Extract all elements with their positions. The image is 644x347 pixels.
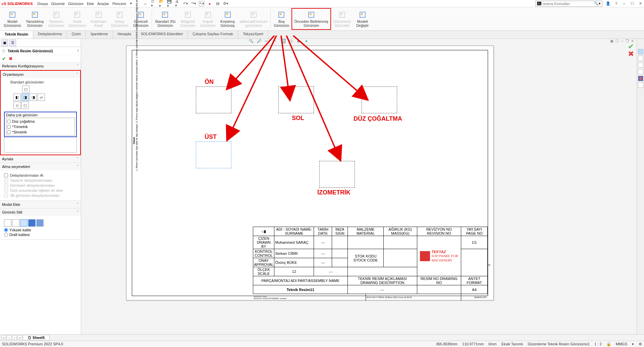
status-filter-icon[interactable]: ▾ (632, 342, 634, 346)
search-input[interactable] (543, 2, 594, 6)
print-icon[interactable]: 🖨▾ (175, 1, 180, 6)
reject-icon[interactable]: ✖ (628, 50, 634, 58)
view-palette-icon[interactable] (638, 69, 643, 74)
mirror-header[interactable]: Aynala˅ (0, 155, 81, 163)
status-units[interactable]: MMGS (616, 342, 627, 346)
sheet-nav-first[interactable]: « (1, 335, 6, 340)
design-lib-icon[interactable] (638, 56, 643, 61)
more-view-*Trimetrik[interactable]: *Trimetrik (7, 124, 74, 129)
quality-draft[interactable]: Draft kalitesi (4, 233, 77, 237)
appear-icon[interactable]: ● (305, 39, 311, 45)
ribbon-predef-view[interactable]: Önceden BelirlenmişGörünüm (291, 8, 331, 30)
file-explorer-icon[interactable] (638, 62, 643, 68)
rotate-icon[interactable]: 🔄 (281, 39, 287, 45)
view-right[interactable]: ◨ (30, 94, 37, 101)
doc-min-icon[interactable]: ─ (621, 39, 624, 43)
more-views-list[interactable]: Düz çoğaltma*Trimetrik*Simetrik (6, 118, 75, 136)
resources-icon[interactable] (638, 49, 643, 54)
ribbon-projected-view[interactable]: YansıtılmışGörünüm (23, 8, 46, 30)
help-icon[interactable]: ? (614, 1, 619, 6)
panel-help-icon[interactable]: ? (77, 49, 79, 53)
status-gear-icon[interactable]: ⚙ (639, 342, 642, 346)
menu-tools[interactable]: Araçlar (97, 2, 109, 6)
doc-max-icon[interactable]: ☐ (615, 39, 619, 43)
menu-file[interactable]: Dosya (37, 2, 48, 6)
drawing-canvas[interactable]: 🔍 🔎 ↩ ✂ 🔄 ◳ ◐ ● ▣ ☐ ─ ❐ ✕ ✔ ✖ Dikkat 1- … (81, 39, 644, 334)
zoom-fit-icon[interactable]: 🔍 (249, 39, 255, 45)
view-back[interactable]: ▱ (38, 94, 45, 101)
redo-icon[interactable]: ↷▾ (191, 1, 196, 6)
display-icon[interactable]: ◳ (289, 39, 295, 45)
more-view-*Simetrik[interactable]: *Simetrik (7, 129, 74, 135)
ds-hidden-removed[interactable] (20, 219, 28, 227)
user-icon[interactable]: 👤 (606, 1, 610, 6)
drawing-sheet[interactable]: Dikkat 1- Resim üzerinden ölçü aleti ile… (126, 46, 494, 300)
scene-icon[interactable]: ◐ (297, 39, 303, 45)
quality-high[interactable]: Yüksek kalite (4, 228, 77, 232)
ds-hidden-visible[interactable] (12, 219, 19, 227)
menu-help-icon[interactable]: ✴ (129, 1, 132, 6)
menu-window[interactable]: Pencere (112, 2, 126, 6)
ribbon-replace-model[interactable]: ModeliDeğiştir (353, 8, 372, 30)
view-box-front[interactable] (196, 86, 231, 113)
property-icon[interactable]: ☰ (9, 40, 16, 46)
cancel-icon[interactable]: ✖ (9, 56, 13, 61)
tab-solidworks-eklentileri[interactable]: SOLIDWORKS Eklentileri (136, 31, 188, 39)
open-icon[interactable]: 📂▾ (159, 1, 164, 6)
view-box-dup[interactable] (362, 86, 397, 113)
new-icon[interactable]: 🗋▾ (151, 1, 156, 6)
select-icon[interactable]: ↖▾ (199, 1, 204, 6)
orientation-header[interactable]: Oryantasyon˄ (1, 71, 80, 78)
home-icon[interactable]: ⌂ (143, 1, 148, 6)
menu-insert[interactable]: Ekle (87, 2, 94, 6)
prev-view-icon[interactable]: ↩ (265, 39, 271, 45)
ds-shaded[interactable] (36, 219, 44, 227)
tab-teknik-resim[interactable]: Teknik Resim (0, 31, 33, 39)
import-check-0[interactable]: Detaylandırmaları Al (4, 173, 77, 177)
sheet-nav-next[interactable]: › (12, 335, 17, 340)
menu-edit[interactable]: Düzenle (51, 2, 65, 6)
import-opts-header[interactable]: Alma seçenekleri˄ (0, 163, 81, 170)
more-view-Düz çoğaltma[interactable]: Düz çoğaltma (7, 119, 74, 124)
tab-çalışma-sayfası-formatı[interactable]: Çalışma Sayfası Formatı (188, 31, 238, 39)
ds-shaded-edges[interactable] (28, 219, 36, 227)
view-box-iso[interactable] (319, 161, 355, 188)
sheet-tab-active[interactable]: 🗋 Sheet5 (23, 335, 50, 340)
tab-çizim[interactable]: Çizim (67, 31, 86, 39)
feature-tree-icon[interactable]: ▣ (1, 40, 8, 46)
ribbon-relative-view[interactable]: GöreceliGörünüm (131, 8, 151, 30)
close-icon[interactable]: ✕ (638, 1, 643, 6)
minimize-icon[interactable]: ─ (622, 1, 627, 6)
section-icon[interactable]: ✂ (273, 39, 279, 45)
maximize-icon[interactable]: ☐ (630, 1, 635, 6)
ribbon-std3-view[interactable]: Standart 3'lüGörünüm (153, 8, 178, 30)
ribbon-model-view[interactable]: ModelGörünümü (1, 8, 23, 30)
command-search[interactable]: >_ 🔍▾ (535, 1, 602, 7)
options-icon[interactable]: ⚙▾ (223, 1, 228, 6)
undo-icon[interactable]: ↶▾ (183, 1, 188, 6)
status-lock-icon[interactable]: 🔒 (606, 342, 611, 346)
save-icon[interactable]: 💾▾ (167, 1, 172, 6)
ref-config-header[interactable]: Referans Konfigürasyonu˅ (0, 62, 81, 70)
ribbon-empty-view[interactable]: BoşGörünüm (271, 8, 291, 30)
custom-props-icon[interactable] (638, 82, 643, 88)
tab-tekyazxpert[interactable]: TekyazXpert (238, 31, 268, 39)
zoom-area-icon[interactable]: 🔎 (257, 39, 263, 45)
ok-icon[interactable]: ✔ (2, 56, 6, 61)
display-style-header[interactable]: Görüntü Stili˄ (0, 209, 81, 216)
list-icon[interactable]: ▤ (215, 1, 220, 6)
traffic-icon[interactable]: ● (207, 1, 212, 6)
view-top[interactable]: ▢ (22, 85, 30, 93)
view-bottom[interactable]: ▢ (21, 102, 29, 109)
ribbon-crop-view[interactable]: KırpılmışGörünüş (218, 8, 237, 30)
menu-view[interactable]: Görünüm (68, 2, 84, 6)
view-box-left[interactable] (278, 86, 314, 113)
search-icon[interactable]: 🔍▾ (594, 1, 601, 6)
sheet-nav-last[interactable]: » (17, 335, 22, 340)
ds-wireframe[interactable] (4, 219, 11, 227)
doc-restore-icon[interactable]: ▣ (610, 39, 613, 43)
status-scale[interactable]: 1 : 2 (594, 342, 601, 346)
model-add-header[interactable]: Model Ekle˅ (0, 201, 81, 208)
view-left[interactable]: ◧ (13, 94, 21, 101)
sheet-nav-prev[interactable]: ‹ (7, 335, 11, 340)
